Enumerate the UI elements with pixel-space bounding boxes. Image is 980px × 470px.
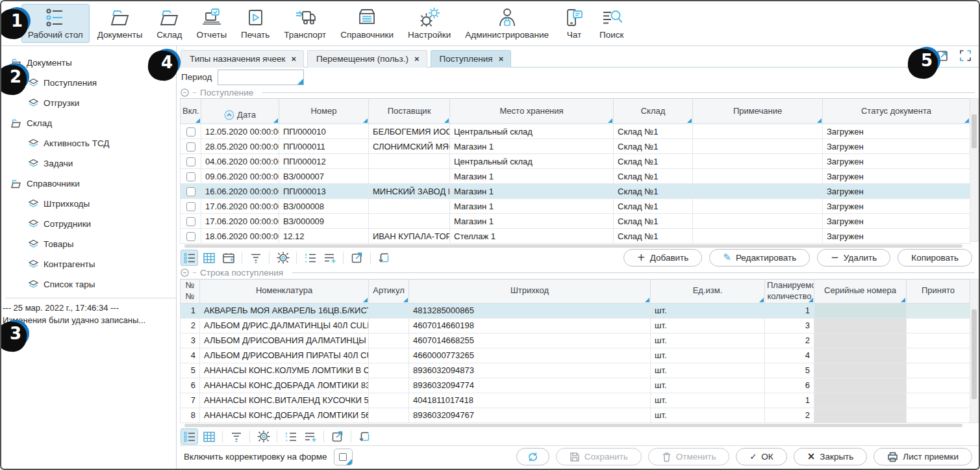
list-view-icon[interactable] [181, 428, 198, 445]
reload-icon[interactable] [356, 428, 373, 445]
open-external-icon[interactable] [348, 250, 366, 266]
toolbar-item-search[interactable]: Поиск [593, 4, 630, 43]
col-header-note[interactable]: Примечание [693, 98, 823, 124]
sidebar-item-shipments[interactable]: Отгрузки [1, 93, 176, 113]
receipt-row[interactable]: 09.06.2020 00:00:00ВЗ/000007Магазин 1Скл… [181, 169, 970, 184]
col-header-number[interactable]: Номер [279, 98, 369, 124]
toolbar-item-warehouse[interactable]: Склад [150, 4, 188, 43]
ok-button[interactable]: ✓ ОК [736, 448, 786, 465]
settings-icon[interactable] [255, 428, 272, 445]
sidebar-item-goods[interactable]: Товары [1, 234, 176, 254]
close-tab-icon[interactable]: × [292, 55, 297, 63]
receipt-row[interactable]: 12.05.2020 00:00:00ПП/000010БЕЛБОГЕМИЯ И… [181, 124, 970, 139]
col-header-date[interactable]: Дата [201, 98, 279, 124]
col-header-nomenclature[interactable]: Номенклатура [200, 279, 369, 303]
col-header-row-number[interactable]: № № [181, 279, 200, 303]
row-checkbox[interactable] [186, 202, 195, 211]
lines-vertical-scrollbar[interactable] [970, 279, 979, 423]
toolbar-item-transport[interactable]: Транспорт [277, 4, 333, 43]
row-checkbox[interactable] [186, 232, 195, 241]
line-row[interactable]: 6АНАНАСЫ КОНС.ДОБРАДА ЛОМТИКИ 830Г ДОБРА… [181, 378, 970, 393]
row-checkbox[interactable] [186, 187, 195, 196]
toolbar-item-settings[interactable]: Настройки [401, 4, 457, 43]
scrollbar-thumb[interactable] [972, 114, 977, 148]
cancel-button[interactable]: Отменить [648, 448, 730, 465]
sidebar-item-container-list[interactable]: Список тары [1, 274, 176, 294]
close-tab-icon[interactable]: × [499, 55, 504, 63]
calendar-icon[interactable] [220, 250, 237, 266]
filter-icon[interactable] [247, 250, 264, 266]
toolbar-item-reports[interactable]: Отчеты [190, 4, 233, 43]
toolbar-item-references[interactable]: Справочники [334, 4, 400, 43]
col-header-unit[interactable]: Ед.изм. [651, 279, 765, 303]
tab-cell-purpose-types[interactable]: Типы назначения ячеек × [181, 50, 304, 68]
line-row[interactable]: 8АНАНАСЫ КОНС.ДОБРАДА ЛОМТИКИ 565Г ДОБРА… [181, 408, 970, 423]
acceptance-sheet-button[interactable]: Лист приемки [873, 448, 972, 465]
save-button[interactable]: Сохранить [556, 448, 642, 465]
tab-receipts[interactable]: Поступления × [431, 50, 512, 68]
open-external-icon[interactable] [329, 428, 346, 445]
col-header-accepted[interactable]: Принято [907, 279, 970, 303]
line-row[interactable]: 2АЛЬБОМ Д/РИС.ДАЛМАТИНЦЫ 40Л CULLINAN460… [181, 318, 970, 333]
col-header-article[interactable]: Артикул [369, 279, 409, 303]
add-list-icon[interactable] [301, 428, 319, 445]
row-checkbox[interactable] [186, 127, 195, 137]
receipt-row[interactable]: 16.06.2020 00:00:00ПП/000013МИНСКИЙ ЗАВО… [181, 184, 970, 199]
col-header-supplier[interactable]: Поставщик [369, 98, 450, 124]
sidebar-group-warehouse[interactable]: Склад [1, 113, 176, 133]
col-header-enabled[interactable]: Вкл. [181, 98, 201, 124]
grid-view-icon[interactable] [200, 250, 218, 266]
sidebar-item-employees[interactable]: Сотрудники [1, 214, 176, 234]
line-row[interactable]: 3АЛЬБОМ Д/РИСОВАНИЯ ДАЛМАТИНЦЫ 20Л РФ CU… [181, 333, 970, 348]
edit-button[interactable]: ✎ Редактировать [709, 249, 810, 267]
tab-movements[interactable]: Перемещения (польз.) × [307, 50, 427, 68]
lines-horizontal-scrollbar[interactable] [181, 424, 969, 427]
collapse-icon[interactable] [181, 88, 189, 97]
receipt-row[interactable]: 17.06.2020 00:00:00ВЗ/000008Магазин 1Скл… [181, 199, 970, 214]
receipts-horizontal-scrollbar[interactable] [181, 244, 969, 248]
toolbar-item-documents[interactable]: Документы [91, 4, 149, 43]
form-correction-checkbox[interactable] [334, 449, 353, 465]
settings-icon[interactable] [274, 250, 292, 266]
receipt-row[interactable]: 17.06.2020 00:00:00ВЗ/000009Магазин 1Скл… [181, 214, 970, 229]
row-checkbox[interactable] [186, 172, 195, 181]
scrollbar-thumb[interactable] [184, 424, 962, 427]
filter-icon[interactable] [227, 428, 245, 445]
receipt-row[interactable]: 28.05.2020 00:00:00ПП/000011СЛОНИМСКИЙ М… [181, 139, 970, 154]
line-row[interactable]: 5АНАНАСЫ КОНС.КОЛУМБ ЛОМТИКИ В СОКЕ 830Г… [181, 363, 970, 378]
sidebar-item-tasks[interactable]: Задачи [1, 153, 176, 174]
close-button[interactable]: × Закрыть [794, 448, 868, 465]
col-header-barcode[interactable]: Штрихкод [409, 279, 651, 303]
list-view-icon[interactable] [181, 250, 198, 266]
col-header-planned-qty[interactable]: Планируемое количество [765, 279, 814, 303]
col-header-serial-numbers[interactable]: Серийные номера [814, 279, 907, 303]
toolbar-item-desktop[interactable]: Рабочий стол [21, 4, 90, 43]
collapse-icon[interactable] [181, 268, 189, 277]
row-checkbox[interactable] [186, 142, 195, 151]
sidebar-item-tsd-activity[interactable]: Активность ТСД [1, 133, 176, 153]
delete-button[interactable]: − Удалить [817, 249, 890, 267]
numbered-list-icon[interactable] [301, 250, 319, 266]
toolbar-item-chat[interactable]: Чат [557, 4, 592, 43]
numbered-list-icon[interactable] [282, 428, 299, 445]
line-row[interactable]: 7АНАНАСЫ КОНС.ВИТАЛЕНД КУСОЧКИ 580Г Ж/Б … [181, 393, 970, 408]
refresh-button[interactable] [516, 448, 549, 465]
scrollbar-thumb[interactable] [972, 309, 977, 399]
line-row[interactable]: 4АЛЬБОМ Д/РИСОВАНИЯ ПИРАТЫ 40Л CULLINAN4… [181, 348, 970, 363]
receipt-row[interactable]: 04.06.2020 00:00:00ПП/000012Центральный … [181, 154, 970, 169]
line-row[interactable]: 1АКВАРЕЛЬ МОЯ АКВАРЕЛЬ 16ЦВ.Б/КИСТИ МАРТ… [181, 303, 970, 318]
row-checkbox[interactable] [186, 157, 195, 166]
receipt-row[interactable]: 18.06.2020 00:00:0012.12ИВАН КУПАЛА-ТОРГ… [181, 229, 970, 244]
toolbar-item-administration[interactable]: Администрирование [459, 4, 555, 43]
add-list-icon[interactable] [321, 250, 338, 266]
col-header-storage-place[interactable]: Место хранения [450, 98, 614, 124]
copy-button[interactable]: Копировать [898, 249, 972, 267]
add-button[interactable]: + Добавить [623, 249, 702, 267]
fullscreen-icon[interactable] [959, 49, 972, 62]
sidebar-item-barcodes[interactable]: Штрихкоды [1, 194, 176, 214]
row-checkbox[interactable] [186, 217, 195, 226]
scrollbar-thumb[interactable] [184, 244, 962, 248]
sidebar-group-references[interactable]: Справочники [1, 174, 176, 194]
grid-view-icon[interactable] [200, 428, 218, 445]
col-header-warehouse[interactable]: Склад [614, 98, 693, 124]
